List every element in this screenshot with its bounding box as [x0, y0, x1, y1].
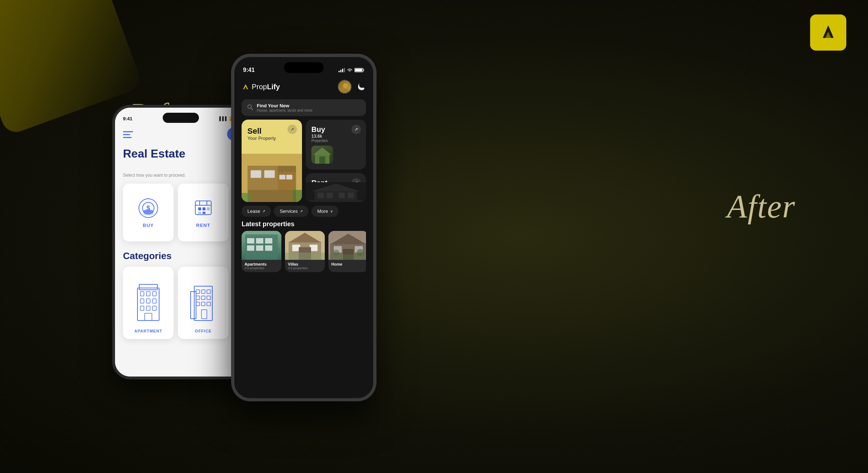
- svg-rect-41: [342, 69, 343, 72]
- app-logo: PropLify: [242, 83, 280, 91]
- prop-img-villas: [285, 231, 325, 260]
- search-text: Find Your New House, apartment, lands an…: [257, 103, 312, 112]
- svg-rect-40: [340, 70, 341, 72]
- time-after: 9:41: [243, 67, 255, 73]
- prop-info-home: Home: [328, 260, 366, 268]
- prop-card-home[interactable]: Home: [328, 231, 366, 272]
- svg-rect-63: [293, 190, 302, 202]
- avatar[interactable]: [338, 80, 352, 94]
- svg-point-46: [343, 83, 348, 88]
- svg-rect-19: [153, 292, 156, 296]
- real-estate-heading: Real Estate: [123, 147, 186, 160]
- svg-rect-24: [146, 306, 150, 310]
- prop-title-home: Home: [331, 262, 365, 266]
- categories-title: Categories: [123, 250, 171, 262]
- svg-rect-86: [285, 253, 325, 260]
- svg-rect-44: [363, 69, 364, 71]
- prop-count-villas: 4.5 properties: [288, 266, 322, 270]
- svg-rect-61: [286, 175, 293, 180]
- search-heading: Find Your New: [257, 103, 312, 108]
- rent-card[interactable]: RENT: [178, 184, 229, 241]
- lease-label: Lease: [247, 208, 260, 214]
- svg-rect-31: [207, 290, 210, 293]
- services-label: Services: [280, 208, 298, 214]
- moon-icon[interactable]: [356, 82, 366, 92]
- svg-rect-59: [264, 170, 275, 178]
- svg-rect-62: [242, 193, 251, 202]
- svg-point-47: [341, 89, 350, 94]
- svg-rect-75: [256, 238, 263, 244]
- after-label: After: [727, 188, 796, 225]
- more-chevron: ∨: [330, 209, 333, 213]
- buy-icon: $: [137, 197, 159, 219]
- more-tag[interactable]: More ∨: [311, 206, 339, 217]
- svg-rect-57: [278, 172, 296, 190]
- time-before: 9:41: [123, 116, 132, 121]
- buy-card[interactable]: $ BUY: [123, 184, 174, 241]
- prop-card-apartments[interactable]: Apartments 4.5 properties: [242, 231, 281, 272]
- search-bar[interactable]: Find Your New House, apartment, lands an…: [242, 99, 366, 116]
- more-label: More: [317, 208, 328, 214]
- phone-before: 9:41 ▌▌▌ 🛜 ▉ Real Estate Select how you …: [112, 105, 250, 379]
- action-grid: ↗ Buy 13.6k Properties ↗ Sell: [242, 120, 366, 202]
- svg-rect-38: [201, 310, 207, 319]
- svg-rect-21: [146, 299, 150, 303]
- svg-rect-26: [145, 313, 152, 321]
- svg-rect-78: [256, 245, 263, 251]
- svg-rect-68: [327, 193, 333, 198]
- svg-rect-20: [140, 299, 144, 303]
- svg-rect-17: [140, 292, 144, 296]
- signal-icon: ▌▌▌: [220, 116, 228, 121]
- status-icons-after: [339, 68, 365, 73]
- svg-rect-69: [339, 193, 345, 198]
- office-icon: [187, 279, 220, 326]
- svg-rect-45: [355, 69, 362, 71]
- svg-rect-23: [140, 306, 144, 310]
- prop-img-home: [328, 231, 366, 260]
- rent-tile[interactable]: ↗ Rent 13.6k Properties: [306, 173, 366, 202]
- app-logo-icon: [242, 83, 250, 91]
- svg-rect-36: [201, 302, 205, 306]
- apartment-icon: [132, 279, 165, 326]
- real-estate-subheading: Select how you want to proceed.: [123, 173, 186, 178]
- logo-badge: [810, 14, 846, 51]
- svg-rect-25: [153, 306, 156, 310]
- services-tag[interactable]: Services ↗: [274, 206, 309, 217]
- svg-rect-37: [207, 302, 210, 306]
- dynamic-island-before: [163, 113, 199, 123]
- svg-rect-35: [196, 302, 200, 306]
- prop-card-villas[interactable]: Villas 4.5 properties: [285, 231, 325, 272]
- svg-rect-16: [139, 284, 157, 290]
- svg-rect-76: [265, 238, 272, 244]
- prop-info-apartments: Apartments 4.5 properties: [242, 260, 281, 272]
- rent-label: RENT: [196, 223, 210, 228]
- lease-tag[interactable]: Lease ↗: [242, 206, 271, 217]
- svg-rect-34: [207, 296, 210, 300]
- svg-rect-74: [247, 238, 254, 244]
- apartment-card[interactable]: APARTMENT: [123, 267, 174, 339]
- buy-arrow: ↗: [352, 125, 361, 134]
- prop-img-apartments: [242, 231, 281, 260]
- app-name-lify: Lify: [267, 83, 280, 91]
- svg-rect-30: [201, 290, 205, 293]
- prop-info-villas: Villas 4.5 properties: [285, 260, 325, 272]
- buy-label: BUY: [143, 223, 154, 228]
- sell-tile[interactable]: ↗ Sell Your Property: [242, 120, 302, 202]
- search-icon: [247, 104, 253, 111]
- svg-rect-79: [265, 245, 272, 251]
- app-header: PropLify: [234, 77, 373, 96]
- svg-point-95: [333, 250, 339, 255]
- phone-after: 9:41: [231, 54, 376, 401]
- svg-rect-32: [196, 296, 200, 300]
- svg-point-5: [143, 210, 153, 212]
- sell-arrow: ↗: [288, 125, 297, 134]
- svg-rect-33: [201, 296, 205, 300]
- hamburger-menu[interactable]: [123, 131, 133, 138]
- svg-rect-11: [203, 207, 205, 210]
- apartment-label: APARTMENT: [134, 329, 162, 333]
- office-card[interactable]: OFFICE: [178, 267, 229, 339]
- buy-tile[interactable]: ↗ Buy 13.6k Properties: [306, 120, 366, 169]
- latest-properties-label: Latest properties: [242, 220, 366, 228]
- prop-title-apartments: Apartments: [244, 262, 278, 266]
- action-cards: $ BUY: [123, 184, 229, 241]
